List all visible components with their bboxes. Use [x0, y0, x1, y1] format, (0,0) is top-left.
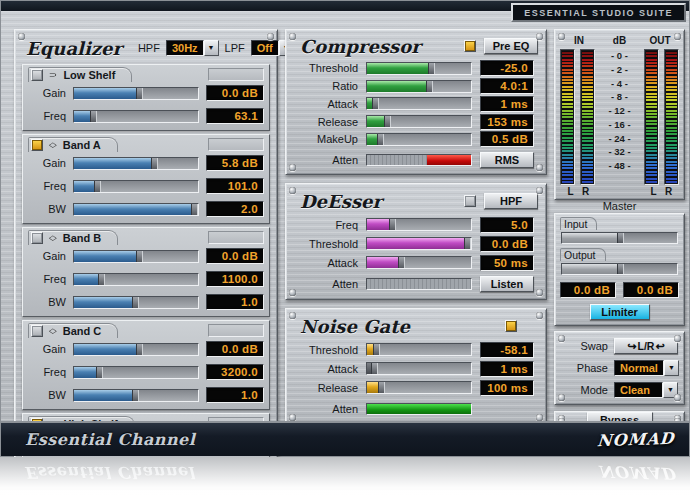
threshold-slider[interactable]	[366, 62, 472, 75]
gate-row: Threshold -58.1 dB	[294, 340, 538, 359]
band-enable-checkbox[interactable]	[31, 69, 43, 81]
peak-band-icon: ◇	[49, 234, 57, 241]
compressor-panel: Compressor Pre EQ Threshold -25.0 dB Rat…	[285, 29, 547, 175]
value-display: 4.0:1	[480, 78, 534, 94]
hpf-button[interactable]: HPF	[484, 193, 538, 209]
nomad-logo: NOMAD	[597, 429, 676, 451]
makeup-slider[interactable]	[366, 133, 472, 146]
slider-handle[interactable]	[372, 98, 379, 109]
plugin-title: Essential Channel	[25, 430, 597, 449]
slider-handle[interactable]	[389, 219, 396, 230]
atten-label: Atten	[294, 154, 358, 166]
eq-bw-slider[interactable]	[73, 203, 199, 216]
chevron-down-icon[interactable]: ▼	[664, 360, 679, 376]
phase-value[interactable]: Normal	[614, 360, 664, 376]
eq-gain-slider[interactable]	[73, 250, 199, 263]
fader-handle[interactable]	[617, 264, 624, 274]
phase-label: Phase	[577, 362, 608, 374]
db-scale: - 0 -- 2 - - 4 -- 8 - - 12 -- 16 - - 24 …	[600, 49, 640, 185]
slider-handle[interactable]	[378, 382, 385, 393]
slider-handle[interactable]	[426, 81, 433, 92]
slider-label: Gain	[28, 343, 66, 355]
slider-handle[interactable]	[384, 116, 391, 127]
listen-button[interactable]: Listen	[480, 276, 534, 292]
meter-well	[644, 49, 659, 185]
chevron-down-icon[interactable]: ▼	[204, 40, 219, 56]
value-display: 0.5 dB	[480, 131, 534, 147]
screw-icon	[674, 394, 681, 401]
value-display: -58.1 dB	[480, 342, 534, 358]
equalizer-panel: Equalizer HPF 30Hz ▼ LPF Off ▼	[14, 29, 278, 487]
eq-bw-slider[interactable]	[73, 296, 199, 309]
slider-handle[interactable]	[132, 390, 139, 401]
slider-handle[interactable]	[373, 344, 380, 355]
phase-dropdown[interactable]: Normal ▼	[614, 360, 678, 376]
screw-icon	[536, 164, 543, 171]
slider-handle[interactable]	[90, 111, 97, 122]
output-right-meter	[666, 51, 677, 183]
gate-release-slider[interactable]	[366, 381, 472, 394]
hpf-value[interactable]: 30Hz	[166, 40, 204, 56]
slider-handle[interactable]	[96, 367, 103, 378]
slider-label: Attack	[294, 363, 358, 375]
noise-gate-enable-led[interactable]	[505, 320, 517, 332]
eq-gain-slider[interactable]	[73, 343, 199, 356]
swap-lr-button[interactable]: ↪ L/R ↩	[614, 338, 678, 354]
slider-handle[interactable]	[94, 181, 101, 192]
deesser-title: DeEsser	[294, 191, 456, 212]
input-fader[interactable]	[561, 232, 678, 244]
screw-icon	[558, 335, 565, 342]
slider-handle[interactable]	[377, 134, 384, 145]
limiter-button[interactable]: Limiter	[590, 304, 650, 320]
eq-row: BW 2.0	[28, 199, 264, 219]
attack-slider[interactable]	[366, 97, 472, 110]
eq-gain-slider[interactable]	[73, 157, 199, 170]
ratio-slider[interactable]	[366, 80, 472, 93]
output-fader[interactable]	[561, 263, 678, 275]
slider-handle[interactable]	[132, 297, 139, 308]
deesser-threshold-slider[interactable]	[366, 237, 472, 250]
lpf-value[interactable]: Off	[251, 40, 279, 56]
slider-handle[interactable]	[371, 363, 378, 374]
slider-handle[interactable]	[464, 238, 471, 249]
band-enable-checkbox[interactable]	[31, 325, 43, 337]
deesser-enable-led[interactable]	[464, 195, 476, 207]
output-label: Output	[560, 248, 606, 261]
gate-threshold-slider[interactable]	[366, 343, 472, 356]
slider-handle[interactable]	[136, 251, 143, 262]
slider-handle[interactable]	[398, 257, 405, 268]
slider-label: Freq	[28, 366, 66, 378]
deesser-freq-slider[interactable]	[366, 218, 472, 231]
slider-label: Freq	[28, 180, 66, 192]
eq-gain-slider[interactable]	[73, 87, 199, 100]
compressor-enable-led[interactable]	[464, 40, 476, 52]
fader-handle[interactable]	[617, 233, 624, 243]
value-display: 1100.0	[206, 271, 264, 287]
gate-attack-slider[interactable]	[366, 362, 472, 375]
value-display: 100 ms	[480, 380, 534, 396]
rms-button[interactable]: RMS	[480, 152, 534, 168]
slider-handle[interactable]	[428, 63, 435, 74]
pre-eq-button[interactable]: Pre EQ	[484, 38, 538, 54]
output-value-display: 0.0 dB	[623, 282, 679, 298]
mode-value[interactable]: Clean	[614, 382, 663, 398]
slider-handle[interactable]	[136, 344, 143, 355]
value-display: -25.0 dB	[480, 60, 534, 76]
band-enable-checkbox[interactable]	[31, 139, 43, 151]
eq-freq-slider[interactable]	[73, 110, 199, 123]
slider-handle[interactable]	[98, 274, 105, 285]
band-name: Low Shelf	[63, 69, 115, 81]
hpf-dropdown[interactable]: 30Hz ▼	[166, 40, 219, 56]
release-slider[interactable]	[366, 115, 472, 128]
band-enable-checkbox[interactable]	[31, 232, 43, 244]
deesser-row: Threshold 0.0 dB	[294, 234, 538, 253]
eq-freq-slider[interactable]	[73, 273, 199, 286]
slider-handle[interactable]	[151, 158, 158, 169]
deesser-attack-slider[interactable]	[366, 256, 472, 269]
eq-freq-slider[interactable]	[73, 366, 199, 379]
eq-freq-slider[interactable]	[73, 180, 199, 193]
slider-handle[interactable]	[191, 204, 198, 215]
eq-bw-slider[interactable]	[73, 389, 199, 402]
mode-dropdown[interactable]: Clean ▼	[614, 382, 678, 398]
slider-handle[interactable]	[136, 88, 143, 99]
